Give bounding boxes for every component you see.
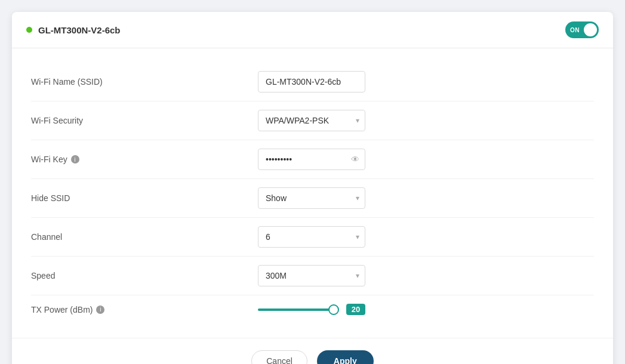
tx-power-slider[interactable] [258, 309, 339, 311]
key-label: Wi-Fi Key i [31, 155, 258, 164]
eye-icon[interactable]: 👁 [351, 155, 359, 164]
ssid-control [258, 71, 365, 92]
apply-button[interactable]: Apply [317, 350, 374, 364]
hide-ssid-select-wrapper: Show Hide ▾ [258, 187, 365, 209]
security-row: Wi-Fi Security WPA/WPA2-PSK WPA2-PSK WPA… [31, 101, 594, 140]
ssid-row: Wi-Fi Name (SSID) [31, 63, 594, 101]
tx-power-label: TX Power (dBm) i [31, 305, 258, 314]
toggle-label: ON [570, 27, 580, 33]
security-label: Wi-Fi Security [31, 116, 258, 125]
channel-control: 1 2 3 4 5 6 7 8 9 10 11 ▾ [258, 226, 365, 248]
key-control: 👁 [258, 149, 365, 170]
cancel-button[interactable]: Cancel [251, 350, 307, 364]
device-title: GL-MT300N-V2-6cb [38, 25, 121, 35]
hide-ssid-control: Show Hide ▾ [258, 187, 365, 209]
slider-row: 20 [258, 304, 365, 315]
channel-select-wrapper: 1 2 3 4 5 6 7 8 9 10 11 ▾ [258, 226, 365, 248]
channel-label: Channel [31, 232, 258, 242]
speed-control: 300M 150M 54M ▾ [258, 265, 365, 286]
card-body: Wi-Fi Name (SSID) Wi-Fi Security WPA/WPA… [12, 48, 613, 338]
tx-power-row: TX Power (dBm) i 20 [31, 295, 594, 323]
key-row: Wi-Fi Key i 👁 [31, 140, 594, 179]
security-control: WPA/WPA2-PSK WPA2-PSK WPA3-SAE None ▾ [258, 110, 365, 131]
settings-card: GL-MT300N-V2-6cb ON Wi-Fi Name (SSID) Wi… [12, 12, 613, 364]
card-header: GL-MT300N-V2-6cb ON [12, 12, 613, 48]
tx-power-control: 20 [258, 304, 365, 315]
toggle-knob [584, 23, 597, 36]
channel-select[interactable]: 1 2 3 4 5 6 7 8 9 10 11 [258, 226, 365, 248]
toggle-container[interactable]: ON [565, 21, 599, 38]
channel-row: Channel 1 2 3 4 5 6 7 8 9 10 11 [31, 218, 594, 257]
speed-select-wrapper: 300M 150M 54M ▾ [258, 265, 365, 286]
key-input[interactable] [258, 149, 365, 170]
status-indicator [26, 27, 32, 33]
speed-label: Speed [31, 271, 258, 280]
key-info-icon[interactable]: i [71, 155, 79, 164]
speed-row: Speed 300M 150M 54M ▾ [31, 257, 594, 295]
tx-power-value: 20 [346, 304, 365, 315]
ssid-label: Wi-Fi Name (SSID) [31, 77, 258, 87]
password-wrapper: 👁 [258, 149, 365, 170]
hide-ssid-label: Hide SSID [31, 193, 258, 203]
security-select[interactable]: WPA/WPA2-PSK WPA2-PSK WPA3-SAE None [258, 110, 365, 131]
card-footer: Cancel Apply [12, 338, 613, 364]
header-left: GL-MT300N-V2-6cb [26, 25, 121, 35]
hide-ssid-row: Hide SSID Show Hide ▾ [31, 179, 594, 218]
security-select-wrapper: WPA/WPA2-PSK WPA2-PSK WPA3-SAE None ▾ [258, 110, 365, 131]
speed-select[interactable]: 300M 150M 54M [258, 265, 365, 286]
hide-ssid-select[interactable]: Show Hide [258, 187, 365, 209]
tx-power-info-icon[interactable]: i [96, 306, 104, 314]
wifi-toggle[interactable]: ON [565, 21, 599, 38]
ssid-input[interactable] [258, 71, 365, 92]
